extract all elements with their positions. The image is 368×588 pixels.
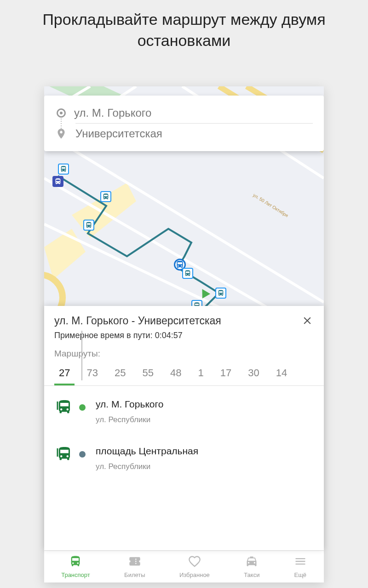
- routes-label: Маршруты:: [44, 349, 324, 363]
- destination-input[interactable]: [75, 127, 313, 140]
- ticket-icon: [128, 555, 141, 570]
- nav-label: Избранное: [179, 571, 210, 578]
- stop-name: ул. М. Горького: [96, 399, 163, 410]
- stop-street: ул. Республики: [96, 462, 198, 471]
- origin-input[interactable]: [74, 107, 313, 119]
- close-icon: [301, 315, 313, 327]
- bus-stop-marker[interactable]: [52, 176, 63, 187]
- stop-connector-line: [81, 331, 82, 380]
- route-tab-48[interactable]: 48: [166, 363, 186, 385]
- hero-title: Прокладывайте маршрут между двумя остано…: [0, 0, 368, 56]
- close-button[interactable]: [301, 314, 314, 327]
- nav-label: Транспорт: [61, 571, 90, 578]
- nav-taxi[interactable]: Такси: [244, 555, 259, 578]
- route-search-card: [44, 96, 324, 151]
- stops-list: ул. М. Горького ул. Республики площадь Ц…: [44, 386, 324, 505]
- app-screen: ул. 50 Лет Октября ул. М. Горького - Уни…: [44, 86, 324, 582]
- route-title: ул. М. Горького - Университетская: [54, 315, 221, 327]
- route-tab-73[interactable]: 73: [82, 363, 102, 385]
- bus-stop-icon: [54, 446, 75, 471]
- nav-label: Билеты: [124, 571, 145, 578]
- nav-bus[interactable]: Транспорт: [61, 555, 90, 578]
- heart-icon: [188, 555, 201, 570]
- bus-stop-marker[interactable]: [215, 288, 226, 299]
- nav-menu[interactable]: Ещё: [294, 555, 307, 578]
- origin-icon: [57, 108, 66, 118]
- route-tab-17[interactable]: 17: [216, 363, 236, 385]
- nav-heart[interactable]: Избранное: [179, 555, 210, 578]
- travel-time: Примерное время в пути: 0:04:57: [44, 331, 324, 349]
- route-connector-line: [61, 119, 62, 132]
- stop-name: площадь Центральная: [96, 446, 198, 457]
- bus-stop-marker[interactable]: [100, 191, 111, 202]
- route-tabs: 27732555481173014: [44, 363, 324, 386]
- route-tab-1[interactable]: 1: [193, 363, 208, 385]
- route-tab-30[interactable]: 30: [243, 363, 264, 385]
- svg-rect-4: [57, 448, 58, 457]
- stop-dot-icon: [79, 451, 86, 458]
- bottom-nav: ТранспортБилетыИзбранноеТаксиЕщё: [44, 550, 324, 582]
- divider: [75, 123, 313, 124]
- route-tab-55[interactable]: 55: [138, 363, 158, 385]
- bus-stop-marker[interactable]: [182, 268, 193, 279]
- nav-label: Ещё: [294, 571, 306, 578]
- bus-icon: [69, 555, 82, 570]
- map-area[interactable]: ул. 50 Лет Октября: [44, 86, 324, 311]
- nav-label: Такси: [244, 571, 259, 578]
- nav-ticket[interactable]: Билеты: [124, 555, 145, 578]
- stop-row[interactable]: площадь Центральная ул. Республики: [54, 446, 314, 471]
- menu-icon: [294, 555, 307, 570]
- route-tab-25[interactable]: 25: [110, 363, 130, 385]
- route-tab-14[interactable]: 14: [271, 363, 292, 385]
- stop-dot-icon: [79, 404, 86, 411]
- route-tab-27[interactable]: 27: [54, 363, 75, 385]
- bus-stop-icon: [54, 399, 75, 424]
- route-panel: ул. М. Горького - Университетская Пример…: [44, 306, 324, 550]
- bus-stop-marker[interactable]: [58, 164, 69, 175]
- bus-stop-marker[interactable]: [83, 220, 94, 231]
- taxi-icon: [245, 555, 258, 570]
- stop-row[interactable]: ул. М. Горького ул. Республики: [54, 399, 314, 424]
- svg-rect-3: [57, 401, 58, 410]
- stop-street: ул. Республики: [96, 415, 163, 424]
